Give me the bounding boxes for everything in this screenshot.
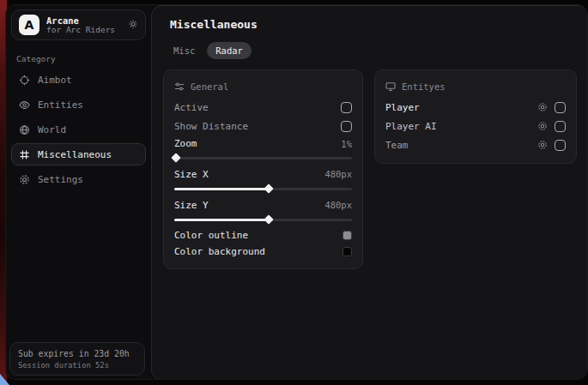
card-title: General (191, 81, 228, 92)
entity-label: Player AI (385, 121, 437, 132)
general-card: General Active Show Distance Zoom 1% (163, 69, 363, 269)
gear-icon (19, 174, 30, 185)
setting-label: Size Y (174, 200, 209, 211)
size-y-slider[interactable] (174, 214, 352, 225)
sidebar: A Arcane for Arc Riders Category (6, 5, 151, 379)
size-y-slider-thumb[interactable] (264, 214, 273, 224)
brand-subtitle: for Arc Riders (46, 26, 115, 35)
setting-row-size-y: Size Y 480px (174, 196, 352, 214)
sliders-icon (174, 81, 185, 92)
grid-hash-icon (19, 149, 30, 160)
sidebar-item-entities[interactable]: Entities (11, 93, 146, 116)
sidebar-item-miscellaneous[interactable]: Miscellaneous (11, 143, 146, 165)
sidebar-item-world[interactable]: World (11, 118, 146, 141)
setting-row-active: Active (174, 98, 352, 117)
entity-row-player: Player (385, 98, 566, 117)
entity-label: Team (385, 140, 409, 151)
tab-bar: Misc Radar (165, 42, 252, 59)
player-checkbox[interactable] (555, 102, 566, 113)
cards-container: General Active Show Distance Zoom 1% (163, 69, 577, 269)
session-duration-text: Session duration 52s (18, 361, 136, 370)
zoom-slider[interactable] (174, 153, 352, 163)
zoom-slider-thumb[interactable] (171, 153, 180, 162)
setting-label: Color outline (174, 230, 248, 241)
sidebar-item-label: World (38, 124, 66, 135)
size-y-value: 480px (324, 200, 352, 210)
size-x-value: 480px (324, 169, 352, 179)
brand-name: Arcane (46, 15, 115, 26)
brand-logo: A (19, 15, 39, 35)
color-background-swatch[interactable] (342, 247, 352, 256)
team-checkbox[interactable] (555, 140, 566, 151)
setting-row-zoom: Zoom 1% (174, 135, 352, 152)
gear-icon[interactable] (537, 140, 548, 150)
globe-icon (19, 124, 30, 135)
setting-label: Show Distance (174, 121, 248, 132)
brand-card: A Arcane for Arc Riders (11, 9, 146, 40)
gear-icon[interactable] (537, 102, 548, 112)
setting-label: Active (174, 102, 209, 113)
zoom-value: 1% (341, 139, 352, 149)
sidebar-nav: Aimbot Entities World (11, 69, 146, 190)
app-window: A Arcane for Arc Riders Category (5, 4, 588, 380)
setting-row-size-x: Size X 480px (174, 165, 352, 183)
sidebar-item-label: Entities (38, 99, 83, 111)
gear-icon[interactable] (537, 121, 548, 131)
monitor-icon (385, 81, 396, 92)
sidebar-item-label: Aimbot (38, 75, 72, 86)
setting-label: Color background (174, 246, 265, 257)
brand-settings-icon[interactable] (128, 19, 138, 29)
crosshair-icon (19, 75, 30, 86)
tab-misc[interactable]: Misc (165, 42, 203, 59)
show-distance-checkbox[interactable] (341, 121, 352, 132)
setting-row-color-background: Color background (174, 244, 352, 260)
setting-row-color-outline: Color outline (174, 227, 352, 244)
page-title: Miscellaneous (170, 18, 258, 31)
entities-card: Entityes Player P (374, 69, 577, 164)
player-ai-checkbox[interactable] (555, 121, 566, 132)
entity-row-team: Team (385, 135, 566, 154)
category-label: Category (16, 54, 146, 63)
sidebar-item-settings[interactable]: Settings (11, 168, 146, 190)
tab-radar[interactable]: Radar (207, 42, 252, 59)
setting-label: Size X (174, 169, 209, 180)
sidebar-item-label: Settings (38, 174, 83, 185)
size-x-slider-thumb[interactable] (264, 183, 273, 193)
active-checkbox[interactable] (341, 102, 352, 113)
sidebar-item-label: Miscellaneous (38, 149, 112, 160)
eye-icon (19, 99, 30, 111)
color-outline-swatch[interactable] (342, 231, 352, 240)
subscription-card: Sub expires in 23d 20h Session duration … (9, 342, 145, 376)
sub-expiry-text: Sub expires in 23d 20h (18, 349, 136, 358)
sidebar-item-aimbot[interactable]: Aimbot (11, 69, 146, 91)
card-title: Entityes (402, 81, 446, 92)
size-x-slider[interactable] (174, 183, 352, 194)
main-panel: Miscellaneous Misc Radar General (151, 5, 588, 380)
entity-row-player-ai: Player AI (385, 117, 566, 135)
setting-label: Zoom (174, 138, 197, 149)
entity-label: Player (385, 102, 420, 113)
setting-row-show-distance: Show Distance (174, 117, 352, 135)
